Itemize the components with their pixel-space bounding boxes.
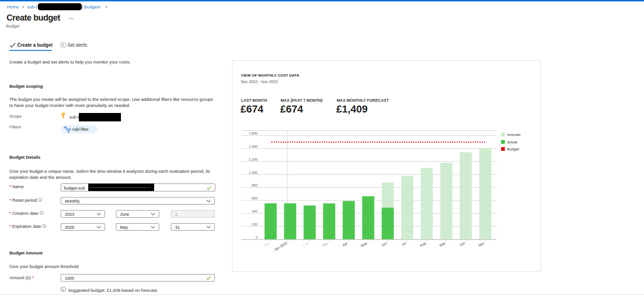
svg-text:Nov: Nov — [478, 241, 485, 248]
svg-text:1,000: 1,000 — [249, 170, 258, 175]
svg-text:Jul: Jul — [401, 241, 407, 247]
svg-text:400: 400 — [252, 209, 258, 213]
svg-text:Oct: Oct — [459, 241, 466, 247]
svg-text:Sep: Sep — [439, 241, 446, 248]
svg-text:1,400: 1,400 — [249, 144, 258, 148]
svg-text:Mar: Mar — [322, 241, 329, 248]
svg-text:Jun: Jun — [381, 241, 388, 247]
svg-text:Dec: Dec — [263, 241, 270, 248]
svg-text:1,600: 1,600 — [249, 131, 258, 135]
svg-text:Aug: Aug — [419, 241, 426, 248]
svg-text:Feb: Feb — [302, 241, 310, 247]
svg-text:0: 0 — [255, 235, 257, 240]
svg-text:May: May — [360, 241, 368, 248]
svg-text:Apr: Apr — [342, 241, 349, 247]
svg-text:Jan 2023: Jan 2023 — [273, 241, 288, 252]
svg-text:200: 200 — [252, 222, 258, 226]
svg-text:600: 600 — [252, 196, 258, 200]
svg-text:800: 800 — [252, 183, 258, 187]
svg-text:1,200: 1,200 — [249, 157, 258, 162]
